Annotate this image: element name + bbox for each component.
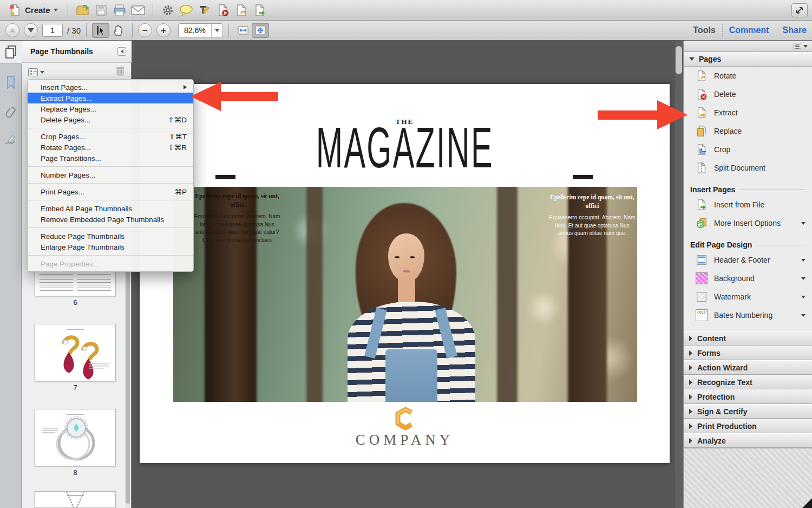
open-file-button[interactable] <box>74 2 92 18</box>
tools-tab[interactable]: Tools <box>693 25 715 35</box>
menu-item-remove-embedded-thumbnails[interactable]: Remove Embedded Page Thumbnails <box>28 214 193 225</box>
menu-item-embed-all-thumbnails[interactable]: Embed All Page Thumbnails <box>28 203 193 214</box>
menu-item-number-pages[interactable]: Number Pages... <box>28 170 193 180</box>
divider <box>68 3 68 17</box>
more-insert-options-tool[interactable]: More Insert Options <box>684 214 812 232</box>
delete-pages-button[interactable] <box>214 2 232 18</box>
settings-button[interactable] <box>159 2 177 18</box>
delete-thumbnail-button[interactable] <box>115 66 125 79</box>
decorative-dash-left <box>215 175 235 179</box>
chevron-down-icon[interactable] <box>803 45 808 48</box>
insert-from-file-tool[interactable]: Insert from File <box>684 196 812 214</box>
fit-width-button[interactable] <box>234 23 252 38</box>
print-button[interactable] <box>110 2 129 18</box>
resize-grip[interactable] <box>802 498 812 508</box>
replace-pages-button[interactable] <box>232 2 251 18</box>
pages-section-header[interactable]: Pages <box>684 52 812 67</box>
select-tool-button[interactable] <box>92 23 109 38</box>
split-document-tool[interactable]: Split Document <box>684 159 812 177</box>
menu-item-page-transitions[interactable]: Page Transitions... <box>28 153 193 164</box>
arrow-shaft <box>220 92 278 101</box>
eye <box>395 256 400 258</box>
create-button[interactable]: Create <box>4 3 62 18</box>
page-number-input[interactable] <box>42 24 63 37</box>
thumbnail-page-8[interactable] <box>35 409 116 466</box>
comment-button[interactable] <box>177 2 195 18</box>
save-button[interactable] <box>92 2 110 18</box>
rotate-pages-tool[interactable]: Rotate <box>684 67 812 85</box>
signatures-pane-button[interactable] <box>0 129 22 153</box>
ring-thumbnail-image <box>35 409 115 466</box>
extract-pages-tool[interactable]: Extract <box>684 103 812 122</box>
menu-item-extract-pages[interactable]: Extract Pages... <box>28 93 193 103</box>
next-page-button[interactable] <box>24 23 38 37</box>
replace-pages-tool[interactable]: Replace <box>684 122 812 140</box>
fullscreen-toggle-button[interactable] <box>791 3 808 17</box>
collapse-panel-button[interactable] <box>117 47 126 56</box>
fit-page-icon <box>254 25 266 36</box>
menu-item-enlarge-thumbnails[interactable]: Enlarge Page Thumbnails <box>28 242 193 252</box>
page-delete-icon <box>217 4 230 17</box>
menu-item-delete-pages[interactable]: Delete Pages... ⇧⌘D <box>28 114 193 125</box>
thumbnail-page-7[interactable] <box>35 324 116 381</box>
hand-tool-button[interactable] <box>109 23 127 38</box>
edit-text-button[interactable] <box>195 2 214 18</box>
menu-item-print-pages[interactable]: Print Pages... ⌘P <box>28 186 193 197</box>
menu-item-crop-pages[interactable]: Crop Pages... ⇧⌘T <box>28 131 193 142</box>
fit-width-icon <box>237 25 249 35</box>
analyze-section-header[interactable]: Analyze <box>684 433 812 448</box>
extract-pages-button[interactable] <box>251 2 269 18</box>
bookmarks-pane-button[interactable] <box>0 70 22 94</box>
forms-section-header[interactable]: Forms <box>684 346 812 360</box>
attachments-pane-button[interactable] <box>0 101 22 125</box>
panel-options-icon[interactable] <box>794 43 801 49</box>
create-pdf-icon <box>9 4 22 17</box>
zoom-level-select[interactable]: 82.6% <box>178 23 223 37</box>
crop-pages-tool[interactable]: Crop <box>684 140 812 159</box>
header-footer-tool[interactable]: Header & Footer <box>684 251 812 269</box>
woman-neck <box>398 278 415 305</box>
thumbnail-page-number: 6 <box>35 298 116 307</box>
thumbnail-page-9[interactable] <box>35 491 116 508</box>
menu-item-replace-pages[interactable]: Replace Pages... <box>28 103 193 114</box>
disclosure-right-icon <box>689 394 692 400</box>
annotation-arrow-extract-tool <box>598 100 687 129</box>
menu-item-rotate-pages[interactable]: Rotate Pages... ⇧⌘R <box>28 142 193 153</box>
email-button[interactable] <box>129 2 147 18</box>
sign-certify-section-header[interactable]: Sign & Certify <box>684 404 812 419</box>
thumbnail-options-button[interactable] <box>28 68 44 76</box>
chevron-down-icon <box>801 314 806 317</box>
protection-section-header[interactable]: Protection <box>684 389 812 404</box>
action-wizard-section-header[interactable]: Action Wizard <box>684 360 812 375</box>
scrollbar-thumb[interactable] <box>676 46 682 74</box>
menu-item-insert-pages[interactable]: Insert Pages... <box>28 82 193 93</box>
fit-page-button[interactable] <box>252 23 269 38</box>
menu-item-reduce-thumbnails[interactable]: Reduce Page Thumbnails <box>28 231 193 242</box>
page-thumbnails-pane-button[interactable] <box>0 41 22 64</box>
zoom-level-value: 82.6% <box>179 26 211 35</box>
print-production-section-header[interactable]: Print Production <box>684 419 812 433</box>
open-folder-icon <box>76 4 90 17</box>
content-section-header[interactable]: Content <box>684 331 812 346</box>
main-toolbar: Create <box>0 0 812 21</box>
arrow-shaft <box>598 110 658 120</box>
paperclip-icon <box>5 106 17 120</box>
caption-body: Equaeserro occuptat. Aborem. Nam labo. E… <box>549 214 636 238</box>
background-tool[interactable]: Background <box>684 269 812 288</box>
share-tab[interactable]: Share <box>783 25 807 35</box>
disclosure-right-icon <box>689 365 692 370</box>
delete-pages-tool[interactable]: Delete <box>684 85 812 103</box>
lips <box>403 270 410 272</box>
zoom-in-button[interactable]: + <box>156 23 171 37</box>
watermark-tool[interactable]: Watermark <box>684 288 812 306</box>
comment-tab[interactable]: Comment <box>729 25 769 35</box>
select-cursor-icon <box>96 25 106 36</box>
bates-numbering-tool[interactable]: 0012 Bates Numbering <box>684 306 812 324</box>
zoom-out-button[interactable]: − <box>138 23 152 37</box>
company-logo-text: COMPANY <box>140 432 670 448</box>
menu-shortcut: ⇧⌘R <box>168 143 187 152</box>
previous-page-button[interactable] <box>5 23 19 37</box>
thumbnail-page-number: 8 <box>35 468 116 477</box>
divider <box>722 24 723 36</box>
recognize-text-section-header[interactable]: Recognize Text <box>684 375 812 389</box>
